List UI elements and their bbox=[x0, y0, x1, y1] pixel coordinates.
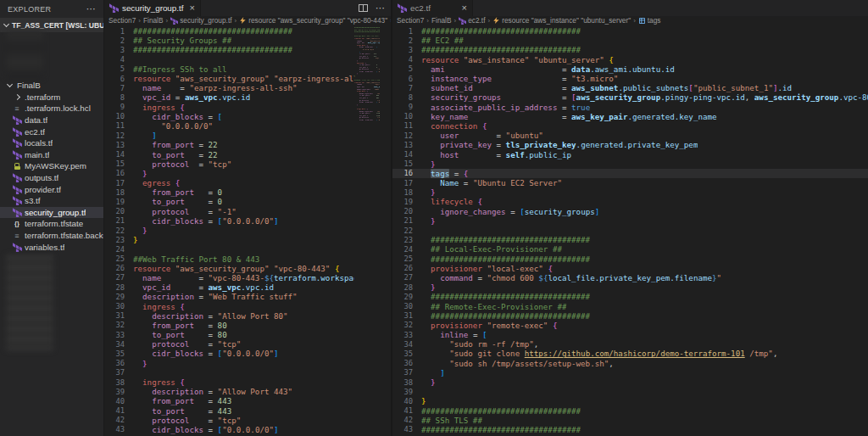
code-line[interactable]: 2## Security Groups ## bbox=[104, 36, 354, 45]
file-item-variables-tf[interactable]: variables.tf bbox=[0, 241, 103, 253]
code-line[interactable]: 17 egress { bbox=[104, 178, 354, 187]
code-line[interactable]: 12 ] bbox=[104, 131, 354, 140]
code-line[interactable]: 29 description = "Web Traffic stuff" bbox=[104, 292, 354, 301]
code-line[interactable]: 7 name = "earpz-ingress-all-ssh" bbox=[104, 83, 354, 92]
code-line[interactable]: 38 } bbox=[392, 377, 868, 387]
file-item-outputs-tf[interactable]: outputs.tf bbox=[0, 172, 103, 184]
code-line[interactable]: 6resource "aws_security_group" "earpz-in… bbox=[104, 74, 354, 83]
code-line[interactable]: 40 from_port = 443 bbox=[104, 396, 354, 405]
code-line[interactable]: 14 host = self.public_ip bbox=[392, 149, 868, 159]
code-line[interactable]: 28 } bbox=[392, 282, 868, 292]
minimap[interactable]: 1##################################2## S… bbox=[354, 25, 380, 436]
code-area[interactable]: 1##################################2## E… bbox=[392, 25, 868, 436]
code-line[interactable]: 33 inline = [ bbox=[392, 330, 868, 339]
workspace-root-item[interactable]: TF_ASS_CERT [WSL: UBUNTU] bbox=[0, 18, 103, 32]
more-actions-icon[interactable]: ⋯ bbox=[86, 4, 96, 14]
code-line[interactable]: 3################################## bbox=[392, 45, 868, 54]
tab-security-group-tf[interactable]: security_group.tf × bbox=[104, 0, 201, 16]
code-line[interactable]: 25 ################################## bbox=[392, 254, 868, 264]
code-line[interactable]: 13 from_port = 22 bbox=[104, 140, 354, 149]
code-line[interactable]: 31 ################################## bbox=[392, 311, 868, 321]
file-item-security-group-tf[interactable]: security_group.tf bbox=[0, 207, 103, 219]
code-line[interactable]: 19 lifecycle { bbox=[392, 197, 868, 206]
breadcrumb-item[interactable]: resource "aws_security_group" "vpc-80-44… bbox=[239, 16, 387, 25]
code-line[interactable]: 19 to_port = 0 bbox=[104, 197, 354, 206]
code-line[interactable]: 4resource "aws_instance" "ubuntu_server"… bbox=[392, 55, 868, 64]
code-line[interactable]: 10 cidr_blocks = [ bbox=[104, 112, 354, 121]
code-line[interactable]: 39 description = "Allow Port 443" bbox=[104, 387, 354, 396]
code-line[interactable]: 42## SSh TLS ## bbox=[392, 416, 868, 425]
file-item-provider-tf[interactable]: provider.tf bbox=[0, 183, 103, 195]
code-line[interactable]: 32 from_port = 80 bbox=[104, 321, 354, 330]
code-line[interactable]: 30 ingress { bbox=[104, 301, 354, 310]
file-item-ec2-tf[interactable]: ec2.tf bbox=[0, 126, 103, 137]
close-icon[interactable]: × bbox=[459, 3, 467, 13]
file-item-terraform-tfstate-backup[interactable]: ≡terraform.tfstate.backup bbox=[0, 230, 103, 242]
code-line[interactable]: 14 to_port = 22 bbox=[104, 149, 354, 159]
code-line[interactable]: 35 "sudo git clone https://github.com/ha… bbox=[392, 349, 868, 358]
file-item-data-tf[interactable]: data.tf bbox=[0, 115, 103, 126]
code-line[interactable]: 23 ################################## bbox=[392, 235, 868, 244]
code-line[interactable]: 3################################## bbox=[104, 45, 354, 54]
close-icon[interactable]: × bbox=[186, 3, 194, 13]
code-line[interactable]: 11 connection { bbox=[392, 121, 868, 131]
code-line[interactable]: 41 to_port = 443 bbox=[104, 406, 354, 416]
file-item-s3-tf[interactable]: s3.tf bbox=[0, 195, 103, 207]
code-line[interactable]: 18 } bbox=[392, 187, 868, 197]
file-item-locals-tf[interactable]: locals.tf bbox=[0, 137, 103, 149]
code-line[interactable]: 41################################## bbox=[392, 406, 868, 416]
code-line[interactable]: 34 protocol = "tcp" bbox=[104, 339, 354, 349]
code-area[interactable]: 1##################################2## S… bbox=[104, 25, 354, 436]
code-line[interactable]: 25##Web Traffic Port 80 & 443 bbox=[104, 254, 354, 264]
code-line[interactable]: 26 provisioner "local-exec" { bbox=[392, 264, 868, 273]
code-line[interactable]: 42 protocol = "tcp" bbox=[104, 416, 354, 425]
code-line[interactable]: 27 command = "chmod 600 ${local_file.pri… bbox=[392, 273, 868, 282]
code-line[interactable]: 8 vpc_id = aws_vpc.vpc.id bbox=[104, 92, 354, 102]
code-line[interactable]: 20 protocol = "-1" bbox=[104, 207, 354, 216]
code-line[interactable]: 36 "sudo sh /tmp/assets/setup-web.sh", bbox=[392, 359, 868, 368]
code-line[interactable]: 9 ingress { bbox=[104, 103, 354, 112]
file-item-terraform-tfstate[interactable]: {}terraform.tfstate bbox=[0, 218, 103, 230]
file-item--terraform[interactable]: .terraform bbox=[0, 92, 103, 103]
code-line[interactable]: 15 protocol = "tcp" bbox=[104, 159, 354, 169]
code-line[interactable]: 16 tags = { bbox=[392, 169, 868, 178]
code-line[interactable]: 24 bbox=[104, 244, 354, 254]
code-line[interactable]: 32 provisioner "remote-exec" { bbox=[392, 321, 868, 330]
breadcrumb-item[interactable]: tags bbox=[638, 16, 661, 25]
code-line[interactable]: 23} bbox=[104, 235, 354, 244]
code-line[interactable]: 35 cidr_blocks = ["0.0.0.0/0"] bbox=[354, 102, 380, 104]
code-line[interactable]: 21 cidr_blocks = ["0.0.0.0/0"] bbox=[354, 71, 380, 74]
code-line[interactable]: 17 Name = "Ubuntu EC2 Server" bbox=[392, 178, 868, 187]
code-line[interactable]: 4 bbox=[104, 55, 354, 64]
code-line[interactable]: 38 ingress { bbox=[104, 377, 354, 387]
breadcrumb-item[interactable]: security_group.tf bbox=[170, 16, 231, 25]
code-line[interactable]: 20 ignore_changes = [security_groups] bbox=[392, 207, 868, 216]
code-line[interactable]: 2## EC2 ## bbox=[392, 36, 868, 45]
code-line[interactable]: 24 ## Local-Exec-Provisioner ## bbox=[392, 244, 868, 254]
code-line[interactable]: 30 ## Remote-Exec-Provisioner ## bbox=[392, 301, 868, 310]
file-item--terraform-lock-hcl[interactable]: ≡.terraform.lock.hcl bbox=[0, 103, 103, 115]
code-line[interactable]: 6 instance_type = "t3.micro" bbox=[392, 74, 868, 83]
file-item-main-tf[interactable]: main.tf bbox=[0, 149, 103, 161]
code-line[interactable]: 37 ] bbox=[392, 368, 868, 377]
code-line[interactable]: 7 subnet_id = aws_subnet.public_subnets[… bbox=[392, 83, 868, 92]
code-line[interactable]: 27 name = "vpc-80-443-${terraform.worksp… bbox=[104, 273, 354, 282]
code-line[interactable]: 33 to_port = 80 bbox=[104, 330, 354, 339]
code-line[interactable]: 22 bbox=[392, 226, 868, 235]
code-line[interactable]: 1################################## bbox=[392, 26, 868, 36]
code-line[interactable]: 9 associate_public_ip_address = true bbox=[392, 103, 868, 112]
code-line[interactable]: 16 } bbox=[104, 169, 354, 178]
file-item-myawskey-pem[interactable]: MyAWSKey.pem bbox=[0, 160, 103, 172]
breadcrumb-item[interactable]: Section7 bbox=[397, 16, 424, 25]
code-line[interactable]: 11 "0.0.0.0/0" bbox=[104, 121, 354, 131]
code-line[interactable]: 5##Ingress SSh to all bbox=[104, 64, 354, 74]
code-line[interactable]: 31 description = "Allow Port 80" bbox=[104, 311, 354, 321]
breadcrumb-item[interactable]: ec2.tf bbox=[459, 16, 485, 25]
more-actions-icon[interactable]: ⋯ bbox=[376, 3, 385, 13]
code-line[interactable]: 12 user = "ubuntu" bbox=[392, 131, 868, 140]
code-line[interactable]: 34 "sudo rm -rf /tmp", bbox=[392, 339, 868, 349]
code-line[interactable]: 13 private_key = tls_private_key.generat… bbox=[392, 140, 868, 149]
code-line[interactable]: 22 } bbox=[104, 226, 354, 235]
tab-ec2-tf[interactable]: ec2.tf × bbox=[392, 0, 473, 16]
code-line[interactable]: 28 vpc_id = aws_vpc.vpc.id bbox=[104, 282, 354, 292]
